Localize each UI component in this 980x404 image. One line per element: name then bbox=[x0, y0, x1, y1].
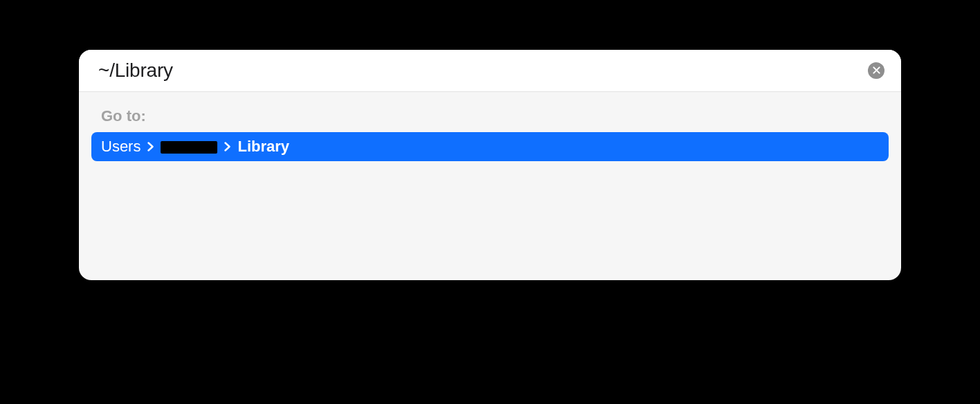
goto-label: Go to: bbox=[101, 107, 889, 125]
chevron-right-icon bbox=[224, 142, 230, 152]
breadcrumb-segment-redacted bbox=[161, 141, 217, 154]
chevron-right-icon bbox=[147, 142, 154, 152]
path-result-row[interactable]: Users Library bbox=[91, 132, 889, 161]
clear-button[interactable] bbox=[868, 62, 884, 79]
results-area: Go to: Users Library bbox=[79, 92, 901, 280]
path-input-row bbox=[79, 50, 901, 92]
go-to-folder-dialog: Go to: Users Library bbox=[79, 50, 901, 280]
breadcrumb-segment: Library bbox=[237, 138, 289, 156]
close-icon bbox=[873, 64, 880, 77]
path-input[interactable] bbox=[98, 59, 860, 82]
breadcrumb-segment: Users bbox=[101, 138, 140, 156]
